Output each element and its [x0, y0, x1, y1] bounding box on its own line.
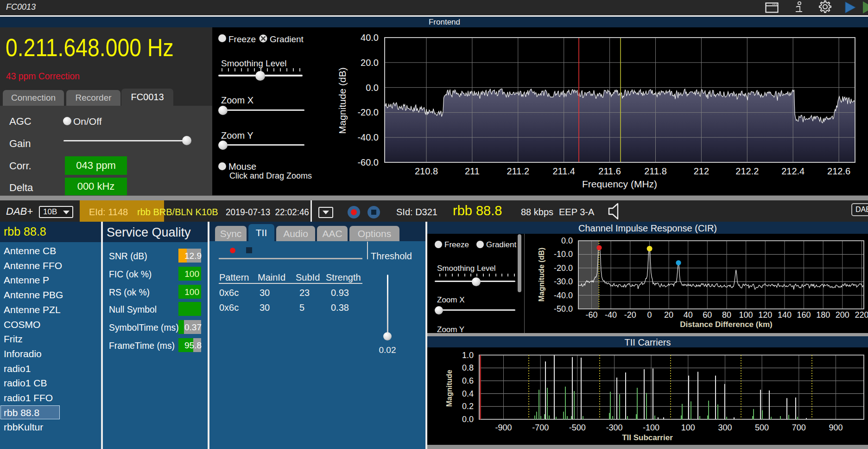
- svg-text:212: 212: [694, 166, 709, 176]
- svg-text:Magnitude (dB): Magnitude (dB): [337, 67, 348, 134]
- svg-text:-40: -40: [605, 310, 617, 320]
- svg-text:80: 80: [722, 310, 731, 320]
- svg-text:200: 200: [836, 310, 849, 320]
- svg-text:300: 300: [718, 423, 732, 432]
- svg-text:211.8: 211.8: [644, 166, 667, 176]
- svg-text:160: 160: [797, 310, 811, 320]
- svg-text:0: 0: [647, 310, 652, 320]
- svg-text:-40.0: -40.0: [357, 132, 379, 142]
- svg-text:-900: -900: [495, 423, 512, 432]
- svg-text:20: 20: [664, 310, 673, 320]
- svg-text:-30.0: -30.0: [554, 277, 573, 286]
- svg-text:0.0: 0.0: [366, 83, 379, 93]
- svg-text:180: 180: [816, 310, 830, 320]
- svg-text:-700: -700: [532, 423, 549, 432]
- svg-text:212.2: 212.2: [735, 166, 759, 176]
- svg-text:100: 100: [681, 423, 695, 432]
- svg-text:TII Subcarrier: TII Subcarrier: [622, 433, 673, 442]
- svg-text:212.4: 212.4: [781, 166, 805, 176]
- svg-text:Frequency (MHz): Frequency (MHz): [582, 179, 657, 189]
- svg-text:500: 500: [755, 423, 769, 432]
- svg-text:20.0: 20.0: [361, 58, 379, 68]
- svg-text:-500: -500: [569, 423, 586, 432]
- svg-text:211.2: 211.2: [507, 166, 530, 176]
- svg-text:-60.0: -60.0: [357, 157, 379, 167]
- svg-text:140: 140: [778, 310, 792, 320]
- svg-text:220: 220: [855, 310, 868, 320]
- svg-text:211: 211: [465, 166, 480, 176]
- svg-text:0.0: 0.0: [561, 236, 573, 245]
- svg-text:-60: -60: [585, 310, 597, 320]
- svg-text:-10.0: -10.0: [554, 250, 573, 259]
- svg-text:40: 40: [684, 310, 693, 320]
- svg-text:60: 60: [703, 310, 712, 320]
- svg-text:100: 100: [739, 310, 753, 320]
- svg-text:211.4: 211.4: [552, 166, 575, 176]
- svg-text:-40.0: -40.0: [554, 291, 573, 300]
- svg-text:-300: -300: [606, 423, 622, 432]
- svg-text:-20.0: -20.0: [357, 107, 379, 117]
- svg-text:210.8: 210.8: [415, 166, 438, 176]
- svg-text:-100: -100: [643, 423, 659, 432]
- svg-text:900: 900: [829, 423, 843, 432]
- svg-text:Distance Difference (km): Distance Difference (km): [680, 320, 772, 329]
- svg-text:40.0: 40.0: [361, 32, 379, 43]
- svg-text:-50.0: -50.0: [554, 304, 573, 314]
- svg-text:Magnitude (dB): Magnitude (dB): [538, 248, 545, 301]
- svg-text:212.6: 212.6: [827, 166, 850, 176]
- svg-text:211.6: 211.6: [598, 166, 621, 176]
- svg-text:120: 120: [758, 310, 772, 320]
- svg-text:-20: -20: [624, 310, 636, 320]
- svg-text:-20.0: -20.0: [554, 263, 573, 273]
- svg-text:700: 700: [792, 423, 806, 432]
